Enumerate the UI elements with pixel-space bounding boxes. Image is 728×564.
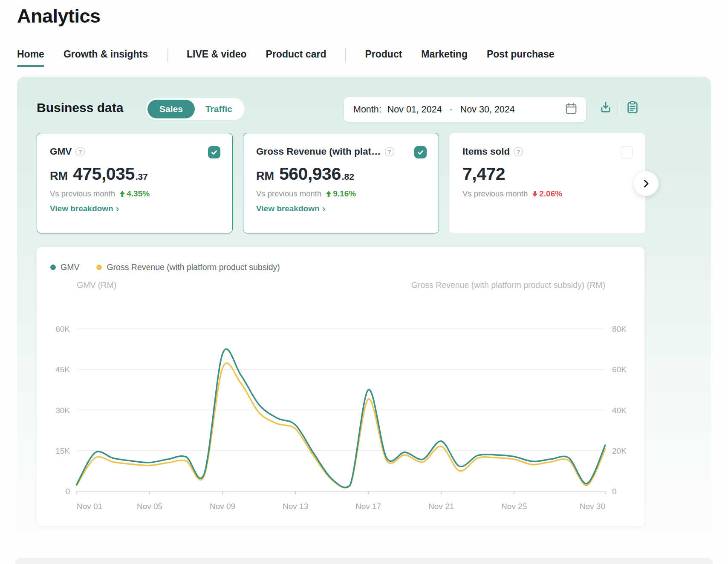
card-checkbox[interactable]: [208, 146, 220, 158]
tab-product[interactable]: Product: [365, 49, 402, 63]
legend-item-gross-revenue[interactable]: Gross Revenue (with platform product sub…: [96, 262, 280, 272]
svg-text:45K: 45K: [55, 365, 70, 374]
question-mark-icon[interactable]: ?: [385, 147, 394, 156]
svg-text:20K: 20K: [612, 446, 627, 455]
business-data-line-chart: GMV (RM)Gross Revenue (with platform pro…: [37, 277, 644, 515]
page-title: Analytics: [17, 5, 101, 27]
currency-label: RM: [50, 170, 68, 183]
question-mark-icon[interactable]: ?: [514, 147, 523, 156]
card-value: RM 475,035 .37: [50, 164, 220, 184]
svg-text:30K: 30K: [55, 406, 70, 415]
svg-text:Nov 01: Nov 01: [77, 502, 102, 511]
view-breakdown-link[interactable]: View breakdown›: [50, 204, 220, 213]
gross-revenue-series-dot: [96, 265, 102, 270]
chevron-right-icon: ›: [322, 206, 326, 212]
clipboard-icon[interactable]: [626, 101, 639, 114]
business-data-panel: Business data Sales Traffic Month: Nov 0…: [17, 77, 711, 547]
compare-label: Vs previous month: [256, 189, 321, 199]
tab-growth-insights[interactable]: Growth & insights: [64, 49, 148, 63]
trend-arrow-icon: [532, 191, 538, 197]
card-value: 7,472: [462, 164, 633, 184]
business-data-chart-card: GMV Gross Revenue (with platform product…: [37, 247, 644, 526]
metric-card-items-sold[interactable]: Items sold ? 7,472 Vs previous month 2.0…: [449, 133, 645, 233]
chevron-right-icon: ›: [116, 206, 119, 212]
chart-legend: GMV Gross Revenue (with platform product…: [50, 262, 280, 272]
download-icon[interactable]: [599, 101, 612, 114]
svg-text:Nov 05: Nov 05: [137, 502, 162, 511]
svg-text:60K: 60K: [55, 325, 70, 334]
card-checkbox[interactable]: [621, 146, 633, 158]
date-range-separator: -: [450, 104, 453, 115]
value-integer: 7,472: [462, 164, 505, 184]
date-range-picker[interactable]: Month: Nov 01, 2024 - Nov 30, 2024: [344, 97, 586, 122]
metric-card-gross-revenue[interactable]: Gross Revenue (with plat… ? RM 560,936 .…: [243, 133, 439, 233]
date-range-label: Month:: [353, 104, 381, 115]
svg-text:Nov 13: Nov 13: [283, 502, 308, 511]
question-mark-icon[interactable]: ?: [75, 147, 85, 156]
compare-label: Vs previous month: [50, 189, 115, 199]
compare-label: Vs previous month: [462, 189, 528, 199]
delta-badge: 2.06%: [532, 189, 562, 199]
carousel-next-button[interactable]: [634, 171, 659, 196]
svg-text:Nov 09: Nov 09: [210, 502, 235, 511]
toggle-option-traffic[interactable]: Traffic: [195, 100, 243, 118]
svg-text:80K: 80K: [612, 325, 627, 334]
tab-product-card[interactable]: Product card: [266, 49, 326, 63]
card-title: GMV: [50, 146, 72, 157]
currency-label: RM: [256, 170, 274, 183]
tab-marketing[interactable]: Marketing: [421, 49, 468, 63]
icon-divider: [618, 100, 618, 115]
calendar-icon: [565, 102, 578, 117]
date-range-start: Nov 01, 2024: [387, 104, 442, 115]
panel-heading: Business data: [37, 101, 123, 115]
card-title: Items sold: [462, 146, 510, 157]
card-checkbox[interactable]: [414, 146, 427, 158]
svg-text:60K: 60K: [612, 365, 627, 374]
metric-card-gmv[interactable]: GMV ? RM 475,035 .37 Vs previous month 4…: [37, 133, 233, 233]
svg-text:0: 0: [612, 487, 617, 496]
date-range-end: Nov 30, 2024: [460, 104, 515, 115]
svg-text:Nov 21: Nov 21: [428, 502, 454, 511]
next-section-top-edge: [15, 558, 713, 564]
trend-arrow-icon: [326, 191, 332, 197]
analytics-tabbar: Home Growth & insights LIVE & video Prod…: [17, 45, 554, 66]
metric-cards-row: GMV ? RM 475,035 .37 Vs previous month 4…: [37, 133, 645, 233]
svg-text:40K: 40K: [612, 406, 627, 415]
chevron-right-icon: [641, 178, 652, 189]
card-value: RM 560,936 .82: [256, 164, 427, 184]
value-decimal: .82: [342, 172, 354, 182]
svg-text:GMV (RM): GMV (RM): [77, 280, 116, 290]
delta-badge: 9.16%: [326, 189, 356, 199]
svg-text:Nov 30: Nov 30: [580, 502, 605, 511]
delta-value: 9.16%: [333, 189, 356, 199]
delta-value: 4.35%: [127, 189, 150, 199]
value-integer: 560,936: [279, 164, 341, 184]
svg-text:0: 0: [65, 487, 70, 496]
tab-home[interactable]: Home: [17, 49, 44, 63]
legend-item-gmv[interactable]: GMV: [50, 262, 79, 272]
view-breakdown-link[interactable]: View breakdown›: [256, 204, 427, 213]
value-integer: 475,035: [73, 164, 135, 184]
gmv-series-dot: [50, 265, 56, 270]
svg-text:Gross Revenue (with platform p: Gross Revenue (with platform product sub…: [411, 280, 605, 290]
delta-badge: 4.35%: [119, 189, 150, 199]
tab-post-purchase[interactable]: Post purchase: [487, 49, 555, 63]
trend-arrow-icon: [119, 191, 125, 197]
tab-divider: [345, 48, 346, 63]
toggle-option-sales[interactable]: Sales: [147, 100, 195, 118]
delta-value: 2.06%: [539, 189, 562, 199]
tab-live-video[interactable]: LIVE & video: [187, 49, 247, 63]
sales-traffic-toggle: Sales Traffic: [146, 98, 245, 120]
tab-divider: [167, 48, 168, 63]
svg-text:15K: 15K: [55, 446, 70, 455]
value-decimal: .37: [136, 172, 148, 182]
svg-text:Nov 17: Nov 17: [355, 502, 381, 511]
card-title: Gross Revenue (with plat…: [256, 146, 381, 157]
svg-text:Nov 25: Nov 25: [501, 502, 527, 511]
